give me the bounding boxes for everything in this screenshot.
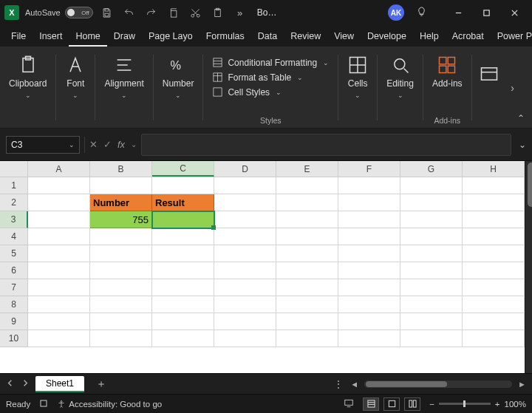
cell-C1[interactable]	[152, 177, 214, 194]
row-header[interactable]: 10	[0, 330, 28, 347]
user-avatar[interactable]: AK	[388, 4, 404, 21]
accessibility-status[interactable]: Accessibility: Good to go	[57, 400, 162, 409]
enter-formula-icon[interactable]: ✓	[103, 139, 112, 150]
cell-F10[interactable]	[338, 330, 400, 347]
cell-G6[interactable]	[400, 262, 463, 279]
cell-E7[interactable]	[276, 279, 338, 296]
cell-C9[interactable]	[152, 313, 214, 330]
column-header[interactable]: F	[338, 161, 400, 177]
cell-E10[interactable]	[276, 330, 338, 347]
cut-icon[interactable]	[188, 4, 204, 21]
cell-B9[interactable]	[90, 313, 152, 330]
menu-tab-powerpiv[interactable]: Power Piv	[491, 28, 532, 47]
cell-H10[interactable]	[463, 330, 525, 347]
name-box[interactable]: C3 ⌄	[6, 136, 80, 154]
cell-F6[interactable]	[338, 262, 400, 279]
cell-H3[interactable]	[463, 211, 525, 228]
hscroll-left-icon[interactable]: ◄	[350, 380, 358, 389]
lightbulb-icon[interactable]	[416, 6, 427, 19]
cells-button[interactable]: Cells ⌄	[344, 53, 371, 100]
cell-A4[interactable]	[28, 228, 90, 245]
cell-C4[interactable]	[152, 228, 214, 245]
toggle-switch[interactable]: Off	[65, 7, 93, 18]
row-header[interactable]: 9	[0, 313, 28, 330]
cell-D6[interactable]	[214, 262, 276, 279]
row-header[interactable]: 6	[0, 262, 28, 279]
cell-C5[interactable]	[152, 245, 214, 262]
row-header[interactable]: 4	[0, 228, 28, 245]
autosave-toggle[interactable]: AutoSave Off	[25, 7, 93, 18]
cell-C2[interactable]: Result	[152, 194, 214, 211]
menu-tab-acrobat[interactable]: Acrobat	[446, 28, 491, 47]
chevron-down-icon[interactable]: ⌄	[131, 140, 137, 149]
undo-icon[interactable]	[121, 4, 137, 21]
zoom-slider[interactable]	[439, 403, 491, 405]
menu-tab-home[interactable]: Home	[69, 28, 106, 47]
cell-B3[interactable]: 755	[90, 211, 152, 228]
paste-icon[interactable]	[210, 4, 226, 21]
zoom-in-button[interactable]: +	[495, 400, 500, 409]
column-header[interactable]: C	[152, 161, 214, 177]
column-header[interactable]: H	[463, 161, 525, 177]
qat-overflow-icon[interactable]: »	[232, 4, 248, 21]
column-header[interactable]: D	[214, 161, 276, 177]
cell-B5[interactable]	[90, 245, 152, 262]
cell-G2[interactable]	[400, 194, 463, 211]
menu-tab-insert[interactable]: Insert	[33, 28, 69, 47]
vertical-scrollbar[interactable]	[525, 161, 532, 373]
cell-F1[interactable]	[338, 177, 400, 194]
cell-B8[interactable]	[90, 296, 152, 313]
cell-E9[interactable]	[276, 313, 338, 330]
cell-A2[interactable]	[28, 194, 90, 211]
editing-button[interactable]: Editing ⌄	[383, 53, 417, 100]
cell-F8[interactable]	[338, 296, 400, 313]
fx-icon[interactable]: fx	[117, 139, 125, 150]
column-header[interactable]: B	[90, 161, 152, 177]
normal-view-button[interactable]	[363, 397, 379, 411]
hscroll-right-icon[interactable]: ►	[518, 380, 526, 389]
column-header[interactable]: E	[276, 161, 338, 177]
cell-D1[interactable]	[214, 177, 276, 194]
select-all-corner[interactable]	[0, 161, 28, 177]
cell-D4[interactable]	[214, 228, 276, 245]
row-header[interactable]: 7	[0, 279, 28, 296]
cell-A10[interactable]	[28, 330, 90, 347]
cell-D7[interactable]	[214, 279, 276, 296]
menu-tab-view[interactable]: View	[327, 28, 361, 47]
worksheet-grid[interactable]: ABCDEFGH 12NumberResult375545678910	[0, 161, 525, 373]
cell-G3[interactable]	[400, 211, 463, 228]
cell-B1[interactable]	[90, 177, 152, 194]
sheet-nav-next-icon[interactable]	[21, 379, 30, 389]
cell-D3[interactable]	[214, 211, 276, 228]
maximize-button[interactable]	[473, 2, 499, 23]
cell-A7[interactable]	[28, 279, 90, 296]
redo-icon[interactable]	[143, 4, 160, 21]
cell-A9[interactable]	[28, 313, 90, 330]
save-icon[interactable]	[99, 4, 115, 21]
cell-F2[interactable]	[338, 194, 400, 211]
number-button[interactable]: % Number ⌄	[160, 53, 197, 100]
row-header[interactable]: 2	[0, 194, 28, 211]
page-break-view-button[interactable]	[404, 397, 420, 411]
cell-F3[interactable]	[338, 211, 400, 228]
cell-A5[interactable]	[28, 245, 90, 262]
cell-E5[interactable]	[276, 245, 338, 262]
cell-H1[interactable]	[463, 177, 525, 194]
cell-G5[interactable]	[400, 245, 463, 262]
cell-H6[interactable]	[463, 262, 525, 279]
row-header[interactable]: 1	[0, 177, 28, 194]
font-button[interactable]: Font ⌄	[62, 53, 89, 100]
sheet-tab-active[interactable]: Sheet1	[35, 376, 84, 392]
cell-H9[interactable]	[463, 313, 525, 330]
cell-G4[interactable]	[400, 228, 463, 245]
cell-B4[interactable]	[90, 228, 152, 245]
menu-tab-develope[interactable]: Develope	[361, 28, 413, 47]
cell-G1[interactable]	[400, 177, 463, 194]
menu-tab-help[interactable]: Help	[413, 28, 446, 47]
cell-F4[interactable]	[338, 228, 400, 245]
cell-D5[interactable]	[214, 245, 276, 262]
minimize-button[interactable]	[445, 2, 471, 23]
cell-E1[interactable]	[276, 177, 338, 194]
alignment-button[interactable]: Alignment ⌄	[101, 53, 146, 100]
cell-E8[interactable]	[276, 296, 338, 313]
